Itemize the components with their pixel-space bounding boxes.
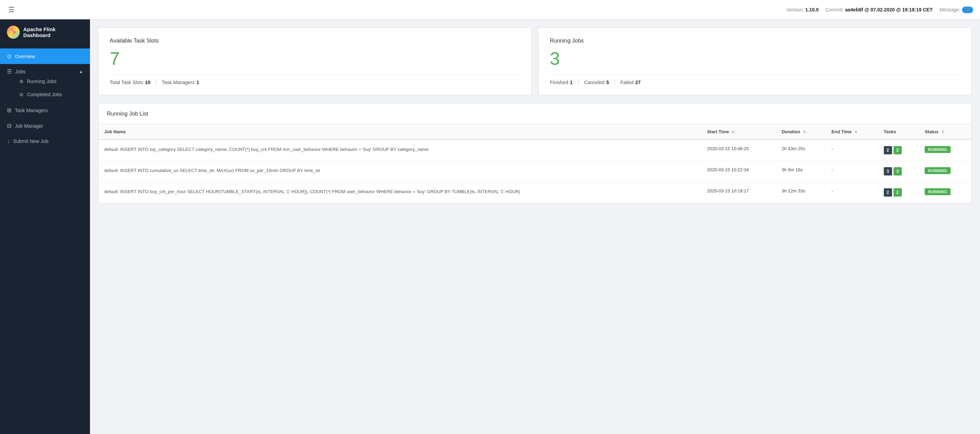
logo-icon: 🦩 — [7, 25, 20, 39]
duration-value: 3h 9m 16s — [782, 167, 803, 172]
col-tasks-label: Tasks — [884, 129, 896, 134]
cell-end-time: - — [826, 161, 878, 182]
task-managers-stat: Task Managers 1 — [162, 79, 199, 85]
status-badge: RUNNING — [924, 167, 951, 174]
sidebar-item-overview[interactable]: ⊙ Overview — [0, 48, 90, 64]
task-badges: 2 2 — [884, 146, 914, 154]
cell-status: RUNNING — [919, 182, 971, 203]
stat-divider-2 — [578, 79, 579, 85]
job-name-text: default: INSERT INTO buy_cnt_per_hour SE… — [104, 189, 520, 194]
jobs-label: Jobs — [15, 69, 25, 75]
cell-end-time: - — [826, 182, 878, 203]
job-manager-icon: ⊟ — [7, 122, 11, 129]
finished-label: Finished — [550, 79, 568, 85]
job-name-text: default: INSERT INTO cumulative_uv SELEC… — [104, 168, 320, 173]
table-row[interactable]: default: INSERT INTO buy_cnt_per_hour SE… — [99, 182, 971, 203]
status-badge: RUNNING — [924, 188, 951, 195]
failed-label: Failed — [620, 79, 633, 85]
running-jobs-value: 3 — [550, 49, 960, 67]
stat-divider-3 — [614, 79, 615, 85]
cell-tasks: 2 2 — [878, 140, 920, 161]
col-duration-label: Duration — [782, 129, 800, 134]
col-job-name[interactable]: Job Name — [99, 124, 702, 140]
table-row[interactable]: default: INSERT INTO cumulative_uv SELEC… — [99, 161, 971, 182]
col-duration[interactable]: Duration ⇅ — [776, 124, 826, 140]
sidebar-subitems: ⊚ Running Jobs ⊘ Completed Jobs — [7, 75, 83, 101]
duration-value: 2h 43m 25s — [782, 146, 805, 151]
task-badge-green: 2 — [894, 146, 902, 154]
sidebar-item-submit-new-job[interactable]: ↓ Submit New Job — [0, 134, 90, 149]
cell-job-name: default: INSERT INTO cumulative_uv SELEC… — [99, 161, 702, 182]
canceled-stat: Canceled 5 — [584, 79, 609, 85]
version-value: 1.10.0 — [805, 7, 819, 13]
total-task-slots-label: Total Task Slots — [110, 79, 143, 85]
end-time-value: - — [832, 167, 833, 172]
finished-value: 1 — [570, 79, 573, 85]
section-header: Running Job List — [99, 104, 971, 124]
cell-job-name: default: INSERT INTO buy_cnt_per_hour SE… — [99, 182, 702, 203]
header-row: Job Name Start Time ⇅ Duration ⇅ End Tim… — [99, 124, 971, 140]
running-job-list-section: Running Job List Job Name Start Time ⇅ D… — [98, 103, 972, 203]
job-name-text: default: INSERT INTO top_category SELECT… — [104, 147, 428, 152]
col-tasks[interactable]: Tasks — [878, 124, 920, 140]
finished-stat: Finished 1 — [550, 79, 573, 85]
completed-jobs-label: Completed Jobs — [27, 92, 62, 97]
topbar: ☰ Version: 1.10.0 Commit: aa4eb8f @ 07.0… — [0, 0, 980, 19]
commit-label: Commit: — [826, 7, 844, 13]
start-time-value: 2020-03-15 10:19:17 — [707, 188, 749, 194]
col-status-label: Status — [924, 129, 939, 134]
cell-end-time: - — [826, 140, 878, 161]
col-end-time-label: End Time — [832, 129, 852, 134]
col-end-time[interactable]: End Time ⇅ — [826, 124, 878, 140]
status-badge: RUNNING — [924, 146, 951, 153]
cell-tasks: 2 2 — [878, 182, 920, 203]
cell-tasks: 3 3 — [878, 161, 920, 182]
card-divider-2 — [550, 75, 960, 75]
message-info: Message: 18 — [940, 7, 973, 13]
cell-job-name: default: INSERT INTO top_category SELECT… — [99, 140, 702, 161]
sidebar-item-task-managers[interactable]: ⊞ Task Managers — [0, 102, 90, 118]
duration-value: 3h 12m 33s — [782, 188, 805, 194]
task-managers-icon: ⊞ — [7, 107, 11, 113]
sidebar: 🦩 Apache Flink Dashboard ⊙ Overview ☰ Jo… — [0, 19, 90, 434]
submit-job-icon: ↓ — [7, 138, 10, 144]
task-managers-stat-value: 1 — [197, 79, 199, 85]
task-managers-label: Task Managers — [15, 108, 48, 113]
task-badge-green: 3 — [894, 167, 902, 175]
sidebar-item-jobs[interactable]: ☰ Jobs ▲ — [7, 68, 83, 75]
col-job-name-label: Job Name — [104, 129, 126, 134]
task-slots-stats: Total Task Slots 10 Task Managers 1 — [110, 79, 520, 85]
cell-start-time: 2020-03-15 10:22:34 — [702, 161, 776, 182]
start-time-value: 2020-03-15 10:48:25 — [707, 146, 749, 151]
version-label: Version: — [786, 7, 804, 13]
menu-icon[interactable]: ☰ — [8, 6, 14, 14]
submit-job-label: Submit New Job — [13, 138, 48, 144]
topbar-right: Version: 1.10.0 Commit: aa4eb8f @ 07.02.… — [786, 7, 973, 13]
cell-status: RUNNING — [919, 161, 971, 182]
message-badge[interactable]: 18 — [962, 6, 973, 13]
cell-start-time: 2020-03-15 10:19:17 — [702, 182, 776, 203]
task-managers-stat-label: Task Managers — [162, 79, 195, 85]
col-start-time-label: Start Time — [707, 129, 729, 134]
end-time-value: - — [832, 188, 833, 194]
card-divider — [110, 75, 520, 75]
col-status[interactable]: Status ⇅ — [919, 124, 971, 140]
col-start-time[interactable]: Start Time ⇅ — [702, 124, 776, 140]
sidebar-item-job-manager[interactable]: ⊟ Job Manager — [0, 118, 90, 134]
cell-status: RUNNING — [919, 140, 971, 161]
table-row[interactable]: default: INSERT INTO top_category SELECT… — [99, 140, 971, 161]
sidebar-item-running-jobs[interactable]: ⊚ Running Jobs — [13, 75, 83, 88]
sort-icon-start-time: ⇅ — [732, 130, 735, 134]
sidebar-nav: ⊙ Overview ☰ Jobs ▲ ⊚ Running Jobs ⊘ Co — [0, 45, 90, 152]
end-time-value: - — [832, 146, 833, 151]
total-task-slots-stat: Total Task Slots 10 — [110, 79, 151, 85]
task-badge-dark: 2 — [884, 188, 892, 197]
cell-duration: 2h 43m 25s — [776, 140, 826, 161]
version-info: Version: 1.10.0 — [786, 7, 818, 13]
task-slots-value: 7 — [110, 49, 520, 67]
running-jobs-title: Running Jobs — [550, 38, 960, 44]
app-title: Apache Flink Dashboard — [23, 26, 83, 38]
task-slots-title: Available Task Slots — [110, 38, 520, 44]
sidebar-item-completed-jobs[interactable]: ⊘ Completed Jobs — [13, 88, 83, 101]
sidebar-item-label: Overview — [15, 54, 35, 59]
